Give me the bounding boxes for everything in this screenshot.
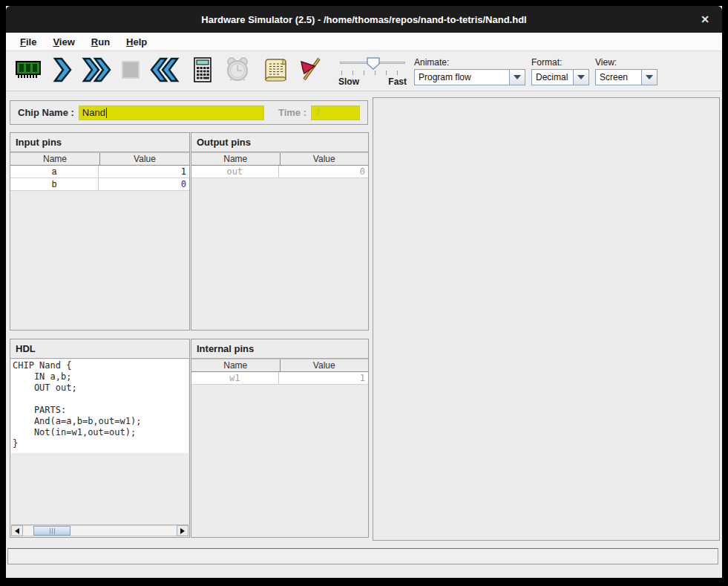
format-dropdown-button[interactable] [573,69,589,85]
animate-label: Animate: [414,57,525,68]
flag-icon [297,56,324,87]
format-value: Decimal [531,69,573,85]
menu-file[interactable]: File [13,34,43,50]
chevron-down-icon [646,75,653,79]
close-button[interactable]: ✕ [697,12,713,27]
slider-slow-label: Slow [338,76,359,87]
column-header-name: Name [191,359,281,371]
arrow-left-icon [15,528,19,534]
chevron-down-icon [514,75,521,79]
menu-bar: File View Run Help [6,33,722,51]
format-select[interactable]: Decimal [531,69,589,85]
format-label: Format: [531,57,589,68]
column-header-value: Value [281,153,369,165]
title-bar: Hardware Simulator (2.5) - /home/thomas/… [6,6,722,33]
column-header-value: Value [281,359,369,371]
code-line: } [13,438,187,449]
clock-button[interactable] [221,55,254,88]
hdl-horizontal-scrollbar[interactable] [11,524,188,536]
output-pins-title: Output pins [191,133,368,152]
scrollbar-track[interactable] [23,525,177,536]
speed-slider[interactable]: Slow Fast [338,56,407,87]
screen-view-panel [373,97,720,541]
table-row[interactable]: a 1 [10,166,189,178]
code-line [13,394,187,405]
table-header: Name Value [191,359,368,372]
chip-name-value: Nand [82,107,105,118]
internal-pins-title: Internal pins [191,339,368,359]
scroll-left-button[interactable] [11,525,23,536]
chip-name-input[interactable]: Nand [79,105,264,120]
column-header-value: Value [100,153,189,165]
code-line: And(a=a,b=b,out=w1); [13,416,187,427]
output-pins-table: Name Value out 0 [191,152,368,178]
input-pins-table: Name Value a 1 b 0 [10,152,189,191]
pin-value-editing[interactable]: 0 [99,178,189,190]
internal-pins-panel: Internal pins Name Value w1 1 [191,339,369,538]
reset-button[interactable] [148,55,181,88]
fast-forward-icon [81,56,112,87]
hdl-panel: HDL CHIP Nand { IN a,b; OUT out; PARTS: … [10,339,190,538]
pin-value: 1 [279,372,369,384]
code-line: IN a,b; [13,371,187,382]
time-label: Time : [278,107,306,118]
code-line: OUT out; [13,382,187,394]
slider-thumb[interactable] [367,57,380,73]
internal-pins-table: Name Value w1 1 [191,359,368,385]
status-bar [7,548,718,564]
chevron-down-icon [577,75,585,79]
menu-view[interactable]: View [46,34,81,50]
script-button[interactable] [260,55,292,88]
stop-button[interactable] [114,55,147,88]
window-title: Hardware Simulator (2.5) - /home/thomas/… [201,14,526,25]
run-button[interactable] [80,55,113,88]
animate-dropdown-button[interactable] [509,69,525,85]
pin-name: out [191,166,279,178]
pin-name: w1 [191,372,279,384]
table-row[interactable]: b 0 [10,178,189,191]
load-chip-button[interactable] [12,55,45,88]
main-content: Chip Name : Nand Time : 7 Input pins Nam… [6,91,722,578]
animate-value: Program flow [414,69,509,85]
pin-value[interactable]: 1 [99,166,189,178]
single-step-button[interactable] [46,55,79,88]
hdl-title: HDL [10,339,189,359]
menu-run[interactable]: Run [85,34,117,50]
slider-fast-label: Fast [388,76,407,87]
chip-name-label: Chip Name : [18,107,74,118]
input-pins-title: Input pins [10,133,189,152]
animate-select[interactable]: Program flow [414,69,525,85]
view-label: View: [595,57,658,68]
view-dropdown-button[interactable] [641,69,658,85]
view-value: Screen [595,69,641,85]
output-pins-panel: Output pins Name Value out 0 [191,132,369,331]
rewind-icon [149,56,180,87]
code-line: PARTS: [13,405,187,416]
table-row: w1 1 [191,372,368,385]
view-select[interactable]: Screen [595,69,658,85]
stop-icon [118,57,143,85]
clock-icon [224,56,251,87]
table-row: out 0 [191,166,368,178]
text-cursor [106,108,107,118]
hdl-code-view[interactable]: CHIP Nand { IN a,b; OUT out; PARTS: And(… [11,359,188,453]
arrow-right-icon [180,528,185,534]
step-forward-icon [51,56,73,87]
menu-help[interactable]: Help [119,34,154,50]
calculator-icon [191,56,215,87]
pin-name: b [10,178,99,190]
memory-chip-icon [14,57,42,85]
column-header-name: Name [191,153,281,165]
calculator-button[interactable] [187,55,220,88]
scroll-right-button[interactable] [177,525,188,536]
chip-name-bar: Chip Name : Nand Time : 7 [10,100,368,125]
code-line: Not(in=w1,out=out); [13,427,187,438]
breakpoints-button[interactable] [294,55,327,88]
pin-name: a [10,166,99,178]
toolbar: Slow Fast Animate: Program flow Format: … [6,51,722,91]
input-pins-panel: Input pins Name Value a 1 b 0 [10,132,190,331]
script-icon [263,56,289,87]
app-window: Hardware Simulator (2.5) - /home/thomas/… [6,6,722,578]
scrollbar-thumb[interactable] [33,526,70,535]
code-line: CHIP Nand { [13,360,187,371]
